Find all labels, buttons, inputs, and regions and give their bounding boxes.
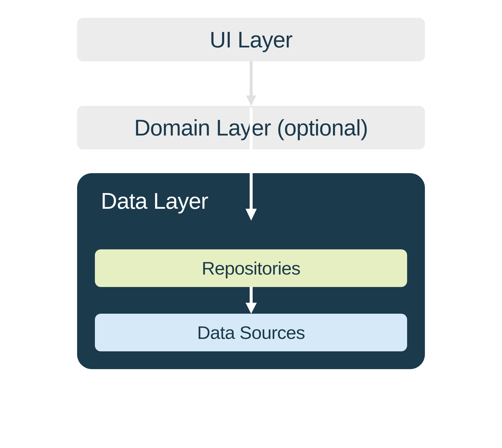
arrow-down-icon (244, 287, 259, 314)
arrow-domain-to-data-top (77, 149, 425, 185)
arrow-down-icon (244, 61, 259, 106)
data-sources-label: Data Sources (197, 322, 305, 343)
data-sources-box: Data Sources (95, 314, 407, 351)
repositories-box: Repositories (95, 249, 407, 287)
arrow-down-icon (244, 108, 259, 227)
svg-marker-1 (246, 95, 256, 106)
arrow-repositories-to-datasources (95, 287, 407, 314)
arrow-ui-to-domain (77, 61, 425, 106)
svg-marker-3 (246, 209, 257, 221)
svg-marker-5 (246, 303, 257, 314)
repositories-label: Repositories (202, 258, 300, 279)
ui-layer-box: UI Layer (77, 18, 425, 61)
data-layer-body: Repositories Data Sources (95, 249, 407, 351)
ui-layer-label: UI Layer (210, 27, 292, 52)
